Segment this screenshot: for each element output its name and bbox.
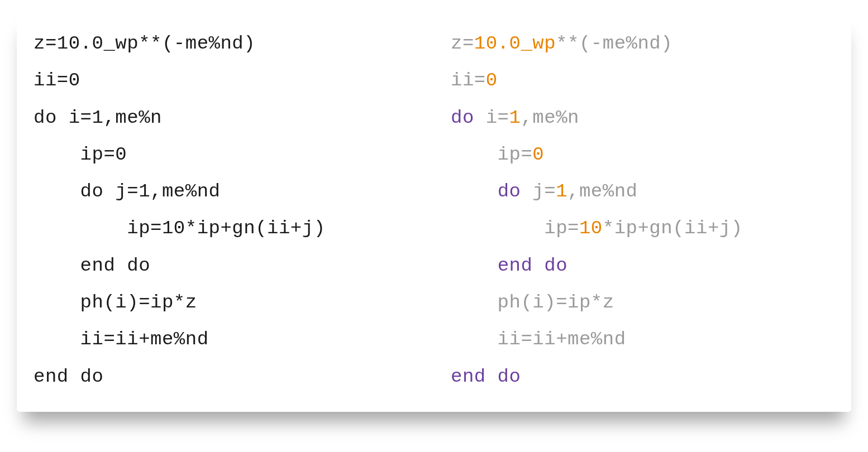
code-token-keyword: do: [498, 181, 521, 202]
code-line: end do: [34, 366, 103, 387]
code-columns: z=10.0_wp**(-me%nd) ii=0 do i=1,me%n ip=…: [34, 25, 834, 395]
code-line: do i=1,me%n: [34, 107, 162, 128]
code-line: ph(i)=ip*z: [34, 292, 197, 313]
code-token: *ip+gn(ii+j): [603, 218, 743, 239]
code-token-keyword: end do: [451, 366, 521, 387]
code-token: ip=: [451, 144, 532, 165]
code-token-keyword: end do: [498, 255, 567, 276]
code-token-number: 0: [532, 144, 544, 165]
code-line: ph(i)=ip*z: [451, 292, 614, 313]
code-token: ip=: [451, 218, 579, 239]
code-token-number: 10.0_wp: [474, 33, 556, 54]
code-line: do j=1,me%nd: [34, 181, 220, 202]
left-code-block: z=10.0_wp**(-me%nd) ii=0 do i=1,me%n ip=…: [34, 25, 417, 395]
code-line: z=10.0_wp**(-me%nd): [34, 33, 255, 54]
code-token: z=: [451, 33, 474, 54]
code-line: ip=10*ip+gn(ii+j): [34, 218, 326, 239]
code-token: j=: [521, 181, 556, 202]
code-line: ii=ii+me%nd: [34, 329, 209, 350]
code-token: ,me%nd: [567, 181, 637, 202]
code-line: ii=ii+me%nd: [451, 329, 626, 350]
code-line: ii=0: [34, 70, 80, 91]
code-token-number: 0: [486, 70, 498, 91]
code-token: ,me%n: [521, 107, 579, 128]
code-token: [451, 181, 498, 202]
code-token-keyword: do: [451, 107, 474, 128]
code-line: ip=0: [34, 144, 127, 165]
code-card: z=10.0_wp**(-me%nd) ii=0 do i=1,me%n ip=…: [17, 11, 851, 412]
code-token-number: 1: [556, 181, 567, 202]
code-token-number: 1: [509, 107, 521, 128]
code-token: ii=: [451, 70, 486, 91]
code-token-number: 10: [579, 218, 603, 239]
right-code-block: z=10.0_wp**(-me%nd) ii=0 do i=1,me%n ip=…: [451, 25, 834, 395]
code-token: i=: [474, 107, 509, 128]
code-token: [451, 255, 498, 276]
code-token: **(-me%nd): [556, 33, 673, 54]
code-line: end do: [34, 255, 150, 276]
